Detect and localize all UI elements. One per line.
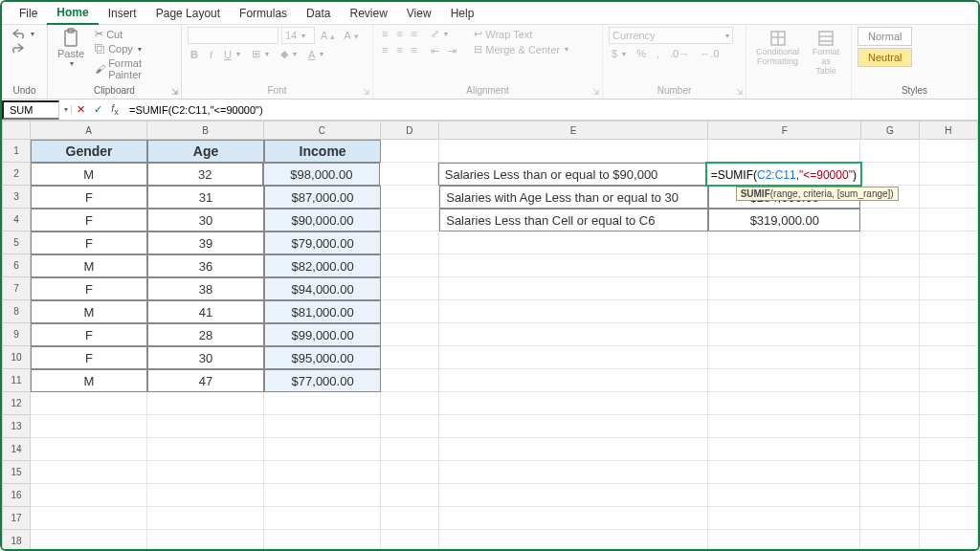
cell[interactable] xyxy=(381,254,439,277)
format-painter-button[interactable]: 🖌Format Painter xyxy=(92,56,175,81)
col-header[interactable]: D xyxy=(381,121,439,140)
summary-value[interactable]: =SUMIF(C2:C11,"<=90000")SUMIF(range, cri… xyxy=(706,163,861,186)
cell-style-normal[interactable]: Normal xyxy=(858,27,912,46)
cell[interactable] xyxy=(264,530,381,551)
cell[interactable] xyxy=(439,415,708,438)
gender-cell[interactable]: M xyxy=(31,300,147,323)
menu-formulas[interactable]: Formulas xyxy=(230,3,297,24)
cell[interactable] xyxy=(264,484,381,507)
align-left-icon[interactable]: ≡ xyxy=(379,43,390,56)
table-header[interactable]: Income xyxy=(264,140,381,163)
cell[interactable] xyxy=(439,507,708,530)
gender-cell[interactable]: M xyxy=(31,254,147,277)
cell[interactable] xyxy=(147,415,264,438)
col-header[interactable]: G xyxy=(861,121,920,140)
cell[interactable] xyxy=(381,392,439,415)
age-cell[interactable]: 30 xyxy=(147,346,264,369)
increase-font-icon[interactable]: A▴ xyxy=(318,29,338,42)
cell[interactable] xyxy=(439,392,708,415)
cell[interactable] xyxy=(147,530,264,551)
col-header[interactable]: F xyxy=(708,121,861,140)
menu-review[interactable]: Review xyxy=(340,3,396,24)
menu-data[interactable]: Data xyxy=(297,3,340,24)
cell[interactable] xyxy=(860,369,919,392)
row-header[interactable]: 10 xyxy=(2,346,31,369)
income-cell[interactable]: $90,000.00 xyxy=(264,209,381,231)
insert-function-icon[interactable]: fx xyxy=(106,102,123,117)
cell[interactable] xyxy=(439,530,708,551)
cell[interactable] xyxy=(439,369,708,392)
row-header[interactable]: 14 xyxy=(2,438,31,461)
cell[interactable] xyxy=(708,323,860,346)
col-header[interactable]: A xyxy=(31,121,147,140)
age-cell[interactable]: 41 xyxy=(147,300,264,323)
summary-value[interactable]: $319,000.00 xyxy=(708,209,860,231)
cell[interactable] xyxy=(381,507,439,530)
cell[interactable] xyxy=(31,507,147,530)
bold-button[interactable]: B xyxy=(188,48,201,61)
age-cell[interactable]: 38 xyxy=(147,277,264,300)
percent-button[interactable]: % xyxy=(634,47,649,60)
gender-cell[interactable]: F xyxy=(31,209,147,231)
cell[interactable] xyxy=(708,415,860,438)
number-format-dropdown[interactable]: Currency▾ xyxy=(609,27,733,44)
cell[interactable] xyxy=(31,484,147,507)
cell[interactable] xyxy=(920,392,978,415)
cell[interactable] xyxy=(380,163,438,186)
row-header[interactable]: 3 xyxy=(2,186,31,209)
cell[interactable] xyxy=(439,346,708,369)
cell[interactable] xyxy=(920,346,978,369)
cell-style-neutral[interactable]: Neutral xyxy=(858,48,912,67)
cell[interactable] xyxy=(920,530,978,551)
cell[interactable] xyxy=(439,461,708,484)
cell[interactable] xyxy=(264,461,381,484)
summary-label[interactable]: Salaries Less than or equal to $90,000 xyxy=(438,163,706,186)
menu-page-layout[interactable]: Page Layout xyxy=(146,3,230,24)
col-header[interactable]: B xyxy=(147,121,264,140)
cell[interactable] xyxy=(860,140,919,163)
cell[interactable] xyxy=(147,507,264,530)
cell[interactable] xyxy=(920,163,978,186)
cell[interactable] xyxy=(861,163,920,186)
cell[interactable] xyxy=(860,323,919,346)
cell[interactable] xyxy=(708,461,860,484)
align-launcher-icon[interactable]: ⇲ xyxy=(592,87,600,97)
cell[interactable] xyxy=(147,392,264,415)
cell[interactable] xyxy=(920,323,978,346)
cell[interactable] xyxy=(920,140,978,163)
row-header[interactable]: 18 xyxy=(2,530,31,551)
row-header[interactable]: 13 xyxy=(2,415,31,438)
menu-view[interactable]: View xyxy=(397,3,441,24)
align-bottom-icon[interactable]: ≡ xyxy=(409,27,420,40)
conditional-formatting-button[interactable]: Conditional Formatting xyxy=(752,27,803,69)
row-header[interactable]: 16 xyxy=(2,484,31,507)
cell[interactable] xyxy=(920,369,978,392)
row-header[interactable]: 15 xyxy=(2,461,31,484)
cell[interactable] xyxy=(920,300,978,323)
col-header[interactable]: H xyxy=(920,121,978,140)
menu-home[interactable]: Home xyxy=(47,2,98,25)
cell[interactable] xyxy=(31,392,147,415)
align-center-icon[interactable]: ≡ xyxy=(393,43,405,56)
row-header[interactable]: 17 xyxy=(2,507,31,530)
cell[interactable] xyxy=(920,254,978,277)
col-header[interactable]: C xyxy=(264,121,381,140)
cell[interactable] xyxy=(381,415,439,438)
currency-button[interactable]: $▾ xyxy=(609,47,629,60)
age-cell[interactable]: 36 xyxy=(147,254,264,277)
gender-cell[interactable]: F xyxy=(31,346,147,369)
underline-button[interactable]: U▾ xyxy=(221,48,243,61)
cell[interactable] xyxy=(860,277,919,300)
cell[interactable] xyxy=(860,484,919,507)
cell[interactable] xyxy=(381,438,439,461)
gender-cell[interactable]: F xyxy=(31,186,147,209)
menu-help[interactable]: Help xyxy=(441,3,484,24)
paste-button[interactable]: Paste▾ xyxy=(54,27,88,70)
cell[interactable] xyxy=(264,392,381,415)
cell[interactable] xyxy=(860,438,919,461)
font-color-button[interactable]: A▾ xyxy=(305,48,326,61)
cell[interactable] xyxy=(860,231,919,254)
row-header[interactable]: 9 xyxy=(2,323,31,346)
table-header[interactable]: Age xyxy=(147,140,264,163)
cell[interactable] xyxy=(860,415,919,438)
